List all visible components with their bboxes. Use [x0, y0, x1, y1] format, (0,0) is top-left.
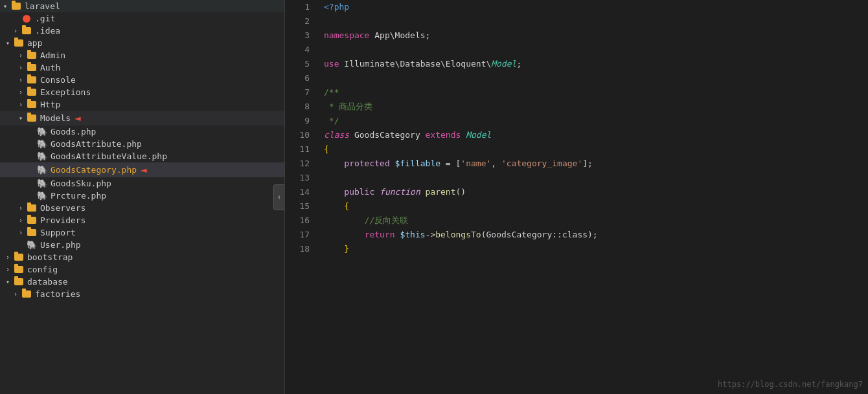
root-label: laravel: [25, 1, 60, 11]
token-model-class: Model: [491, 59, 516, 69]
code-line-7: /**: [324, 85, 868, 100]
git-icon: [21, 14, 32, 23]
obs-label: Observers: [40, 203, 86, 213]
code-line-16: //反向关联: [324, 213, 868, 228]
sidebar-item-picture[interactable]: 🐘 Prcture.php: [0, 190, 284, 202]
token-return: return: [365, 230, 395, 239]
token-scope: ::class);: [552, 230, 597, 239]
sidebar-item-idea[interactable]: › .idea: [0, 25, 284, 37]
line-num-17: 17: [285, 228, 310, 242]
ga-php-icon: 🐘: [36, 140, 48, 149]
obs-arrow: ›: [16, 204, 26, 212]
line-num-6: 6: [285, 71, 310, 85]
token-parent-method: parent: [426, 187, 456, 197]
code-line-18: }: [324, 242, 868, 256]
line-num-15: 15: [285, 199, 310, 213]
code-line-3: namespace App\Models;: [324, 28, 868, 43]
code-line-13: [324, 171, 868, 185]
auth-folder-icon: [26, 63, 38, 72]
app-arrow: ▾: [3, 39, 13, 47]
sidebar-item-config[interactable]: › config: [0, 263, 284, 276]
sidebar-item-admin[interactable]: › Admin: [0, 49, 284, 61]
sidebar-item-observers[interactable]: › Observers: [0, 202, 284, 214]
admin-label: Admin: [40, 50, 65, 60]
user-php-icon: 🐘: [26, 241, 38, 250]
console-arrow: ›: [16, 76, 26, 83]
pic-php-icon: 🐘: [36, 192, 48, 201]
prov-folder-icon: [26, 216, 38, 225]
token-php-open: <?php: [324, 2, 349, 12]
app-label: app: [27, 38, 42, 48]
token-use-path: Illuminate\Database\Eloquent\: [339, 59, 491, 69]
sidebar-item-providers[interactable]: › Providers: [0, 214, 284, 226]
code-line-11: {: [324, 142, 868, 157]
token-fillable-var: $fillable: [395, 159, 440, 168]
exceptions-label: Exceptions: [40, 87, 91, 97]
sidebar-item-http[interactable]: › Http: [0, 98, 284, 111]
code-lines: <?php namespace App\Models; use Illumina…: [317, 0, 868, 394]
token-this: $this: [400, 230, 425, 239]
token-protected: protected: [344, 159, 389, 168]
token-ns-value: App\Models;: [369, 30, 430, 40]
sidebar-item-goodsattributevalue[interactable]: 🐘 GoodsAttributeValue.php: [0, 150, 284, 162]
line-num-7: 7: [285, 85, 310, 100]
token-comment-reverse: //反向关联: [324, 215, 408, 225]
sidebar-item-goodscategory[interactable]: 🐘 GoodsCategory.php ◄: [0, 162, 284, 177]
token-comment-cn: * 商品分类: [324, 102, 372, 111]
sidebar-item-bootstrap[interactable]: › bootstrap: [0, 251, 284, 263]
line-num-11: 11: [285, 142, 310, 157]
user-label: User.php: [40, 240, 81, 250]
line-num-14: 14: [285, 185, 310, 199]
sidebar-item-exceptions[interactable]: › Exceptions: [0, 86, 284, 98]
code-line-1: <?php: [324, 0, 868, 14]
sidebar-item-goods[interactable]: 🐘 Goods.php: [0, 126, 284, 138]
prov-label: Providers: [40, 215, 86, 225]
sup-label: Support: [40, 228, 76, 237]
cfg-folder-icon: [13, 265, 25, 274]
auth-arrow: ›: [16, 64, 26, 71]
sidebar-item-user[interactable]: 🐘 User.php: [0, 239, 284, 251]
line-num-1: 1: [285, 0, 310, 14]
sidebar-item-support[interactable]: › Support: [0, 226, 284, 239]
token-brace-open: {: [324, 144, 329, 154]
tree-root-laravel[interactable]: ▾ laravel: [0, 0, 284, 12]
sidebar-item-git[interactable]: .git: [0, 12, 284, 25]
token-brace-fn: {: [344, 201, 349, 211]
console-folder-icon: [26, 76, 38, 85]
code-line-9: */: [324, 114, 868, 128]
token-function: function: [380, 187, 420, 197]
token-brace-close: }: [344, 244, 349, 254]
token-indent5: [324, 244, 344, 254]
line-num-18: 18: [285, 242, 310, 256]
sidebar-item-goodsattribute[interactable]: 🐘 GoodsAttribute.php: [0, 138, 284, 150]
code-line-12: protected $fillable = ['name', 'category…: [324, 157, 868, 171]
sidebar-item-app[interactable]: ▾ app: [0, 37, 284, 49]
token-indent2: [324, 187, 344, 197]
admin-folder-icon: [26, 51, 38, 60]
sidebar-item-database[interactable]: ▾ database: [0, 276, 284, 288]
boot-label: bootstrap: [27, 252, 73, 262]
idea-folder-icon: [21, 27, 32, 36]
sup-arrow: ›: [16, 229, 26, 236]
line-num-2: 2: [285, 14, 310, 28]
token-str-catimg: 'category_image': [501, 159, 582, 168]
db-arrow: ▾: [3, 278, 13, 285]
file-tree[interactable]: ▾ laravel .git › .idea ▾ app › Admin: [0, 0, 285, 394]
line-num-16: 16: [285, 213, 310, 228]
sidebar-item-console[interactable]: › Console: [0, 74, 284, 86]
cfg-arrow: ›: [3, 266, 13, 273]
sidebar-item-goodssku[interactable]: 🐘 GoodsSku.php: [0, 177, 284, 190]
models-red-arrow: ◄: [74, 112, 81, 124]
sidebar-item-models[interactable]: ▾ Models ◄: [0, 111, 284, 126]
line-num-12: 12: [285, 157, 310, 171]
token-str-name: 'name': [461, 159, 491, 168]
models-folder-icon: [26, 114, 38, 123]
token-space4: [374, 187, 380, 197]
http-arrow: ›: [16, 101, 26, 108]
line-num-9: 9: [285, 114, 310, 128]
sidebar-collapse-button[interactable]: ‹: [273, 184, 285, 210]
line-num-10: 10: [285, 128, 310, 142]
exceptions-arrow: ›: [16, 89, 26, 96]
sidebar-item-auth[interactable]: › Auth: [0, 61, 284, 74]
sidebar-item-factories[interactable]: › factories: [0, 288, 284, 300]
